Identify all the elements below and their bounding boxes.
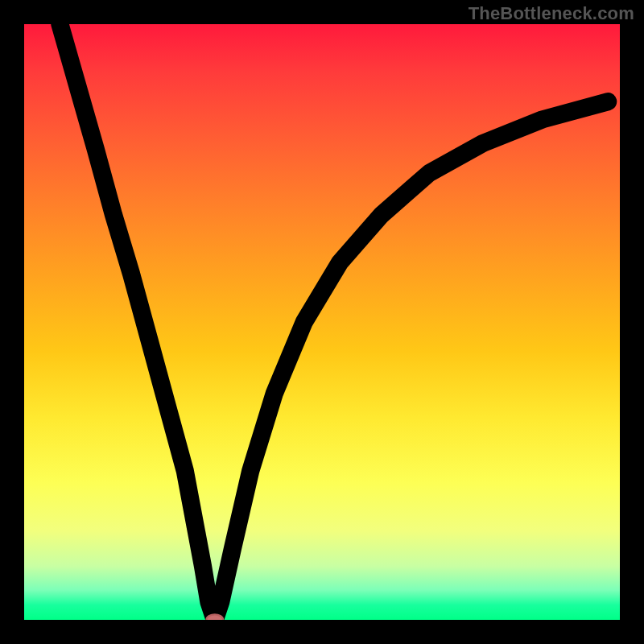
- watermark-text: TheBottleneck.com: [469, 3, 634, 24]
- chart-plot-area: [24, 24, 620, 620]
- bottleneck-curve: [60, 24, 608, 620]
- optimal-point-marker: [206, 614, 223, 620]
- chart-svg: [24, 24, 620, 620]
